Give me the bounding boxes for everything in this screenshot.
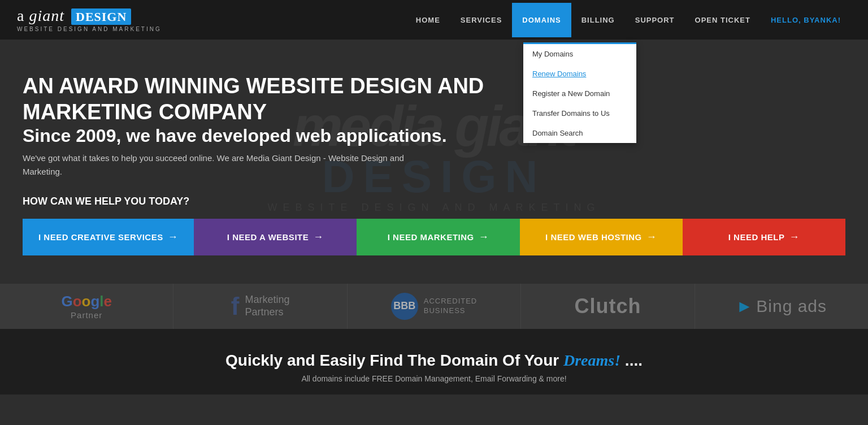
hero-section: media giant DESIGN WEBSITE DESIGN AND MA… (0, 40, 868, 284)
cta-buttons: I NEED CREATIVE SERVICES → I NEED A WEBS… (23, 219, 845, 255)
cta-web-hosting[interactable]: I NEED WEB HOSTING → (520, 219, 683, 255)
nav-home[interactable]: HOME (406, 3, 450, 37)
how-help-title: HOW CAN WE HELP YOU TODAY? (23, 196, 845, 207)
domains-dropdown: My Domains Renew Domains Register a New … (523, 42, 636, 143)
partners-bar: Google Partner f MarketingPartners BBB A… (0, 284, 868, 329)
domain-section: Quickly and Easily Find The Domain Of Yo… (0, 329, 868, 394)
cta-website-label: I NEED A WEBSITE (227, 232, 309, 242)
domain-title-dreams: Dreams! (563, 352, 620, 369)
header: a giant DESIGN WEBSITE DESIGN AND MARKET… (0, 0, 868, 40)
domain-title-ellipsis: .... (620, 352, 643, 369)
logo-subtitle: WEBSITE DESIGN AND MARKETING (17, 26, 162, 32)
logo-giant: giant (29, 7, 64, 24)
cta-creative-label: I NEED CREATIVE SERVICES (38, 232, 163, 242)
domain-subtitle: All domains include FREE Domain Manageme… (11, 374, 857, 383)
partner-facebook: f MarketingPartners (173, 284, 347, 329)
cta-website[interactable]: I NEED A WEBSITE → (194, 219, 357, 255)
dropdown-my-domains[interactable]: My Domains (523, 44, 636, 64)
logo: a giant DESIGN (17, 7, 162, 25)
dropdown-transfer-domains[interactable]: Transfer Domains to Us (523, 103, 636, 123)
dropdown-register-domain[interactable]: Register a New Domain (523, 84, 636, 103)
cta-marketing-label: I NEED MARKETING (388, 232, 474, 242)
cta-help-label: I NEED HELP (728, 232, 785, 242)
nav: HOME SERVICES DOMAINS BILLING SUPPORT OP… (406, 3, 851, 37)
cta-website-arrow: → (313, 231, 324, 243)
dropdown-renew-domains[interactable]: Renew Domains (523, 64, 636, 84)
partner-clutch: Clutch (521, 284, 695, 329)
hero-description: We've got what it takes to help you succ… (23, 151, 418, 179)
partner-bing: ► Bing ads (695, 284, 868, 329)
partner-google: Google Partner (0, 284, 173, 329)
partner-bbb: BBB ACCREDITEDBUSINESS (348, 284, 521, 329)
domain-title: Quickly and Easily Find The Domain Of Yo… (11, 352, 857, 370)
dropdown-domain-search[interactable]: Domain Search (523, 123, 636, 143)
cta-help-arrow: → (789, 231, 800, 243)
cta-creative-arrow: → (168, 231, 179, 243)
cta-help[interactable]: I NEED HELP → (683, 219, 845, 255)
hero-content: AN AWARD WINNING WEBSITE DESIGN AND MARK… (23, 73, 845, 255)
cta-hosting-label: I NEED WEB HOSTING (545, 232, 642, 242)
hero-title-line1: AN AWARD WINNING WEBSITE DESIGN AND MARK… (23, 73, 531, 125)
nav-services[interactable]: SERVICES (450, 3, 513, 37)
nav-hello[interactable]: HELLO, BYANKA! (761, 3, 851, 37)
nav-open-ticket[interactable]: OPEN TICKET (685, 3, 761, 37)
hero-title: AN AWARD WINNING WEBSITE DESIGN AND MARK… (23, 73, 531, 147)
nav-billing[interactable]: BILLING (571, 3, 625, 37)
nav-support[interactable]: SUPPORT (625, 3, 685, 37)
domain-title-part1: Quickly and Easily Find The Domain Of Yo… (225, 352, 563, 369)
nav-domains[interactable]: DOMAINS (512, 3, 571, 37)
hero-title-line2: Since 2009, we have developed web applic… (23, 125, 531, 146)
cta-marketing[interactable]: I NEED MARKETING → (357, 219, 519, 255)
cta-creative-services[interactable]: I NEED CREATIVE SERVICES → (23, 219, 194, 255)
logo-a: a (17, 7, 29, 24)
logo-area: a giant DESIGN WEBSITE DESIGN AND MARKET… (17, 7, 162, 32)
logo-design-badge: DESIGN (71, 8, 131, 25)
cta-hosting-arrow: → (646, 231, 657, 243)
cta-marketing-arrow: → (479, 231, 489, 243)
